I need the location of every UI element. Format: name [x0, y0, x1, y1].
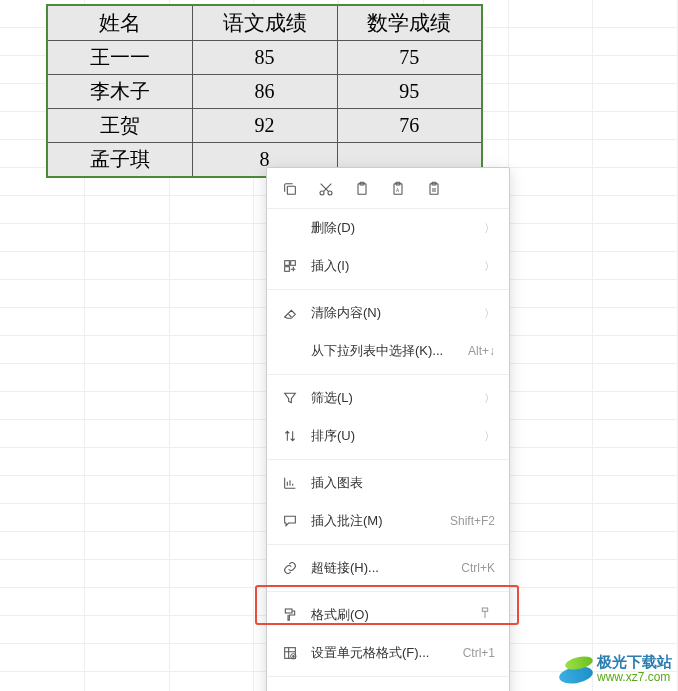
- svg-point-1: [320, 191, 324, 195]
- menu-label: 清除内容(N): [311, 304, 476, 322]
- menu-label: 设置单元格格式(F)...: [311, 644, 463, 662]
- svg-rect-12: [285, 267, 290, 272]
- header-chinese: 语文成绩: [192, 5, 337, 41]
- chevron-right-icon: 〉: [484, 391, 495, 406]
- svg-rect-14: [482, 608, 487, 611]
- eraser-icon: [281, 304, 299, 322]
- header-math: 数学成绩: [337, 5, 482, 41]
- paste-text-icon[interactable]: A: [389, 180, 407, 198]
- table-row[interactable]: 王贺 92 76: [47, 109, 482, 143]
- cell-math[interactable]: 95: [337, 75, 482, 109]
- link-icon: [281, 559, 299, 577]
- svg-rect-10: [285, 261, 290, 266]
- divider: [267, 459, 509, 460]
- divider: [267, 544, 509, 545]
- menu-cell-format[interactable]: 设置单元格格式(F)... Ctrl+1: [267, 634, 509, 672]
- cut-icon[interactable]: [317, 180, 335, 198]
- watermark: 极光下载站 www.xz7.com: [559, 653, 672, 685]
- svg-rect-0: [287, 186, 295, 194]
- menu-label: 插入(I): [311, 257, 476, 275]
- watermark-url: www.xz7.com: [597, 671, 672, 684]
- context-menu: A 删除(D) 〉 插入(I) 〉 清除内容(N) 〉 从下拉列表中选择(K).…: [266, 167, 510, 691]
- menu-label: 插入图表: [311, 474, 495, 492]
- cell-chinese[interactable]: 85: [192, 41, 337, 75]
- cell-name[interactable]: 王一一: [47, 41, 192, 75]
- divider: [267, 289, 509, 290]
- copy-icon[interactable]: [281, 180, 299, 198]
- chevron-right-icon: 〉: [484, 221, 495, 236]
- menu-insert[interactable]: 插入(I) 〉: [267, 247, 509, 285]
- paste-icon[interactable]: [353, 180, 371, 198]
- cell-name[interactable]: 孟子琪: [47, 143, 192, 178]
- cell-math[interactable]: 76: [337, 109, 482, 143]
- menu-table-beautify[interactable]: 表格美化: [267, 681, 509, 691]
- cell-chinese[interactable]: 92: [192, 109, 337, 143]
- cell-name[interactable]: 李木子: [47, 75, 192, 109]
- svg-point-2: [328, 191, 332, 195]
- chevron-right-icon: 〉: [484, 429, 495, 444]
- menu-label: 排序(U): [311, 427, 476, 445]
- filter-icon: [281, 389, 299, 407]
- header-name: 姓名: [47, 5, 192, 41]
- menu-label: 删除(D): [311, 219, 476, 237]
- insert-icon: [281, 257, 299, 275]
- cell-name[interactable]: 王贺: [47, 109, 192, 143]
- brush-small-icon: [479, 606, 495, 625]
- blank-icon: [281, 219, 299, 237]
- menu-sort[interactable]: 排序(U) 〉: [267, 417, 509, 455]
- svg-rect-11: [291, 261, 296, 266]
- watermark-name: 极光下载站: [597, 654, 672, 671]
- watermark-logo-icon: [559, 653, 595, 685]
- blank-icon: [281, 342, 299, 360]
- menu-dropdown-select[interactable]: 从下拉列表中选择(K)... Alt+↓: [267, 332, 509, 370]
- chevron-right-icon: 〉: [484, 306, 495, 321]
- menu-clear[interactable]: 清除内容(N) 〉: [267, 294, 509, 332]
- menu-label: 格式刷(O): [311, 606, 479, 624]
- comment-icon: [281, 512, 299, 530]
- paste-format-icon[interactable]: [425, 180, 443, 198]
- sort-icon: [281, 427, 299, 445]
- cell-chinese[interactable]: 86: [192, 75, 337, 109]
- menu-insert-comment[interactable]: 插入批注(M) Shift+F2: [267, 502, 509, 540]
- data-table[interactable]: 姓名 语文成绩 数学成绩 王一一 85 75 李木子 86 95 王贺 92 7…: [46, 4, 483, 178]
- menu-shortcut: Ctrl+K: [461, 561, 495, 575]
- menu-shortcut: Shift+F2: [450, 514, 495, 528]
- menu-filter[interactable]: 筛选(L) 〉: [267, 379, 509, 417]
- format-painter-icon: [281, 606, 299, 624]
- menu-label: 从下拉列表中选择(K)...: [311, 342, 468, 360]
- menu-delete[interactable]: 删除(D) 〉: [267, 209, 509, 247]
- cell-math[interactable]: 75: [337, 41, 482, 75]
- cell-format-icon: [281, 644, 299, 662]
- menu-hyperlink[interactable]: 超链接(H)... Ctrl+K: [267, 549, 509, 587]
- svg-text:A: A: [396, 188, 400, 193]
- menu-label: 筛选(L): [311, 389, 476, 407]
- svg-rect-13: [285, 609, 292, 613]
- divider: [267, 591, 509, 592]
- table-row[interactable]: 王一一 85 75: [47, 41, 482, 75]
- chart-icon: [281, 474, 299, 492]
- divider: [267, 676, 509, 677]
- menu-insert-chart[interactable]: 插入图表: [267, 464, 509, 502]
- menu-shortcut: Ctrl+1: [463, 646, 495, 660]
- table-header-row: 姓名 语文成绩 数学成绩: [47, 5, 482, 41]
- menu-label: 插入批注(M): [311, 512, 450, 530]
- chevron-right-icon: 〉: [484, 259, 495, 274]
- menu-shortcut: Alt+↓: [468, 344, 495, 358]
- menu-label: 超链接(H)...: [311, 559, 461, 577]
- menu-format-painter[interactable]: 格式刷(O): [267, 596, 509, 634]
- divider: [267, 374, 509, 375]
- context-menu-icon-row: A: [267, 168, 509, 209]
- table-row[interactable]: 李木子 86 95: [47, 75, 482, 109]
